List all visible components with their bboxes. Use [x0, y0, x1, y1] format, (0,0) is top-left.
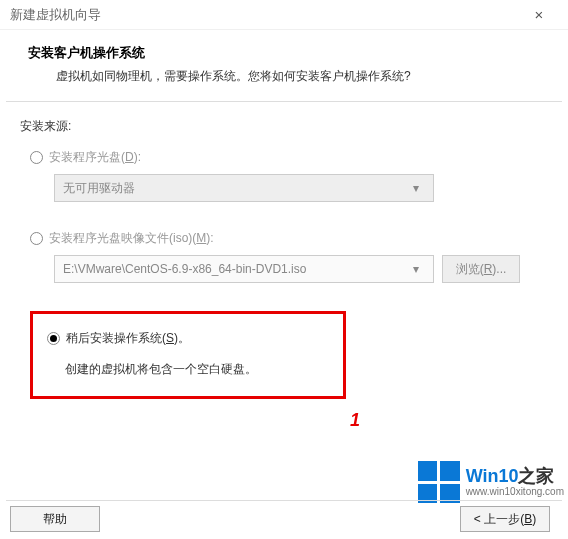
- window-title: 新建虚拟机向导: [10, 6, 520, 24]
- option-iso[interactable]: 安装程序光盘映像文件(iso)(M):: [30, 230, 548, 247]
- wizard-header: 安装客户机操作系统 虚拟机如同物理机，需要操作系统。您将如何安装客户机操作系统?: [0, 30, 568, 101]
- back-button[interactable]: < 上一步(B): [460, 506, 550, 532]
- close-icon[interactable]: ×: [520, 6, 558, 23]
- iso-path-text: E:\VMware\CentOS-6.9-x86_64-bin-DVD1.iso: [63, 262, 407, 276]
- iso-row: E:\VMware\CentOS-6.9-x86_64-bin-DVD1.iso…: [54, 255, 548, 283]
- source-label: 安装来源:: [20, 118, 548, 135]
- titlebar: 新建虚拟机向导 ×: [0, 0, 568, 30]
- watermark: Win10之家 www.win10xitong.com: [418, 461, 564, 503]
- chevron-down-icon: ▾: [407, 181, 425, 195]
- option-later[interactable]: 稍后安装操作系统(S)。: [47, 330, 329, 347]
- option-disc[interactable]: 安装程序光盘(D):: [30, 149, 548, 166]
- page-title: 安装客户机操作系统: [28, 44, 540, 62]
- option-later-label: 稍后安装操作系统(S)。: [66, 330, 190, 347]
- watermark-text: Win10之家 www.win10xitong.com: [466, 467, 564, 498]
- option-disc-label: 安装程序光盘(D):: [49, 149, 141, 166]
- page-subtitle: 虚拟机如同物理机，需要操作系统。您将如何安装客户机操作系统?: [28, 68, 540, 85]
- option-iso-label: 安装程序光盘映像文件(iso)(M):: [49, 230, 214, 247]
- disc-drive-text: 无可用驱动器: [63, 180, 407, 197]
- radio-icon[interactable]: [30, 232, 43, 245]
- help-button[interactable]: 帮助: [10, 506, 100, 532]
- button-row: 帮助 < 上一步(B): [0, 499, 568, 539]
- radio-icon[interactable]: [30, 151, 43, 164]
- content-area: 安装来源: 安装程序光盘(D): 无可用驱动器 ▾ 安装程序光盘映像文件(iso…: [0, 102, 568, 399]
- windows-logo-icon: [418, 461, 460, 503]
- disc-drive-dropdown[interactable]: 无可用驱动器 ▾: [54, 174, 434, 202]
- option-later-desc: 创建的虚拟机将包含一个空白硬盘。: [47, 361, 329, 378]
- radio-icon[interactable]: [47, 332, 60, 345]
- chevron-down-icon: ▾: [407, 262, 425, 276]
- option-later-highlight: 稍后安装操作系统(S)。 创建的虚拟机将包含一个空白硬盘。: [30, 311, 346, 399]
- annotation-marker: 1: [350, 410, 360, 431]
- browse-button[interactable]: 浏览(R)...: [442, 255, 520, 283]
- iso-path-dropdown[interactable]: E:\VMware\CentOS-6.9-x86_64-bin-DVD1.iso…: [54, 255, 434, 283]
